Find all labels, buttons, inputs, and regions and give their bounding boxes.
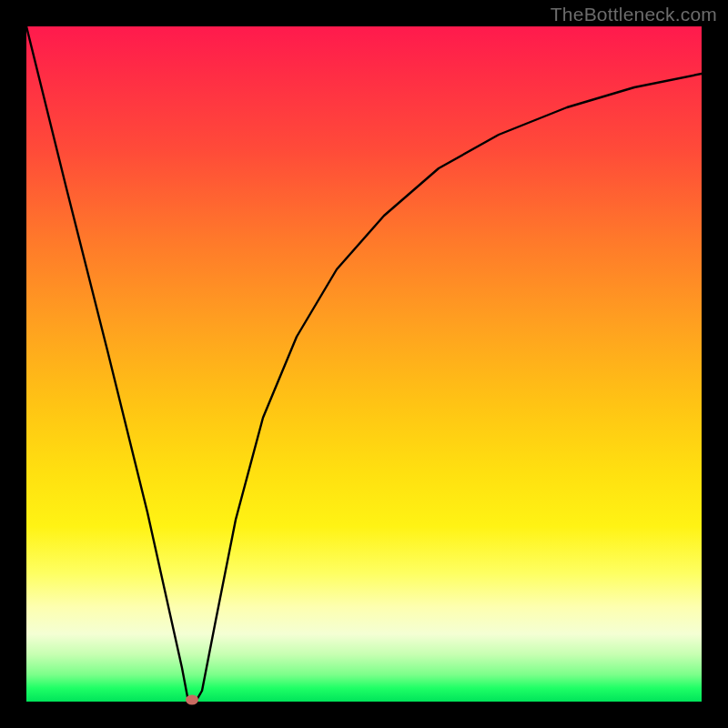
curve-svg — [26, 26, 702, 702]
plot-area — [26, 26, 702, 702]
curve-path — [26, 26, 702, 702]
watermark-text: TheBottleneck.com — [551, 4, 717, 25]
minimum-marker — [186, 695, 198, 705]
chart-frame: TheBottleneck.com — [0, 0, 728, 728]
